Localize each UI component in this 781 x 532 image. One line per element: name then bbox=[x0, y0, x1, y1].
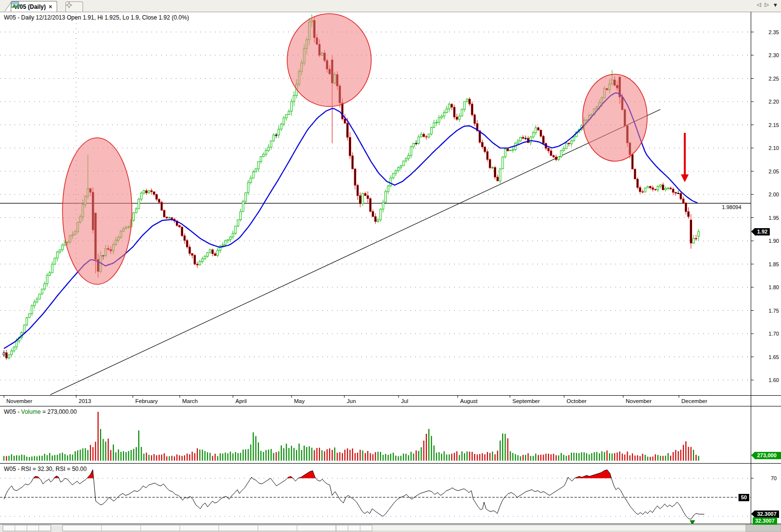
next-tab-arrow-icon[interactable]: ▷ bbox=[765, 1, 769, 8]
volume-bar bbox=[133, 449, 134, 461]
candle-body bbox=[484, 147, 486, 152]
volume-title-value: = 273,000.00 bbox=[41, 408, 77, 415]
volume-bar bbox=[535, 454, 536, 461]
candle-body bbox=[3, 353, 5, 355]
candle-body bbox=[644, 188, 646, 192]
candle-body bbox=[143, 191, 145, 193]
volume-bar bbox=[11, 454, 12, 461]
volume-bar bbox=[166, 456, 167, 461]
volume-panel-title: W05 - Volume = 273,000.00 bbox=[4, 408, 77, 415]
tab-close-icon[interactable]: × bbox=[48, 3, 53, 10]
candle-body bbox=[639, 188, 641, 192]
chart-area[interactable]: 2.352.302.252.202.152.102.052.001.951.90… bbox=[0, 12, 781, 532]
volume-bar bbox=[479, 454, 480, 461]
volume-bar bbox=[482, 453, 483, 461]
volume-bar bbox=[492, 451, 493, 461]
volume-bar bbox=[146, 453, 147, 461]
candle-body bbox=[265, 150, 267, 154]
candle-body bbox=[659, 185, 661, 186]
volume-bar bbox=[64, 454, 65, 461]
volume-bar bbox=[130, 450, 131, 461]
candle-body bbox=[430, 127, 432, 134]
volume-bar bbox=[227, 453, 228, 461]
candle-body bbox=[446, 109, 448, 113]
volume-bar bbox=[477, 454, 478, 461]
volume-bar bbox=[37, 456, 38, 461]
candle-body bbox=[695, 238, 697, 239]
volume-bar bbox=[459, 455, 460, 461]
volume-bar bbox=[161, 454, 162, 461]
candle-body bbox=[482, 142, 484, 147]
volume-bar bbox=[517, 455, 518, 461]
candle-body bbox=[199, 262, 201, 265]
candle-body bbox=[253, 172, 254, 178]
chart-thumbnail-icon bbox=[11, 1, 19, 8]
volume-bar bbox=[451, 454, 452, 461]
scrollbar-thumb[interactable] bbox=[746, 525, 781, 532]
highlight-ellipse-annotation bbox=[583, 74, 647, 161]
candle-body bbox=[540, 130, 542, 136]
candle-body bbox=[387, 186, 389, 192]
candle-body bbox=[535, 128, 537, 132]
volume-bar bbox=[617, 452, 618, 461]
volume-bar bbox=[421, 447, 422, 461]
volume-bar bbox=[449, 454, 450, 461]
candle-body bbox=[675, 192, 677, 193]
volume-bar bbox=[607, 450, 608, 461]
volume-bar bbox=[62, 453, 63, 461]
candle-body bbox=[278, 129, 280, 135]
volume-bar bbox=[624, 454, 625, 461]
candle-body bbox=[665, 188, 667, 190]
candle-body bbox=[505, 149, 507, 157]
volume-bar bbox=[370, 453, 371, 461]
volume-bar bbox=[77, 450, 78, 461]
candle-body bbox=[275, 135, 277, 135]
volume-bar bbox=[169, 456, 170, 461]
volume-bar bbox=[275, 452, 276, 461]
volume-bar bbox=[80, 449, 81, 461]
volume-bar bbox=[426, 434, 427, 461]
month-label: November bbox=[6, 398, 32, 404]
volume-bar bbox=[507, 438, 508, 461]
month-label: December bbox=[681, 398, 707, 404]
month-label: November bbox=[626, 398, 652, 404]
chart-canvas[interactable]: 2.352.302.252.202.152.102.052.001.951.90… bbox=[0, 12, 781, 532]
month-label: February bbox=[135, 398, 158, 404]
volume-bar bbox=[153, 454, 154, 461]
candle-body bbox=[179, 226, 181, 227]
tab-menu-arrow-icon[interactable]: ▼ bbox=[773, 2, 778, 8]
candle-body bbox=[54, 258, 56, 264]
volume-bar bbox=[655, 454, 656, 461]
candle-body bbox=[474, 115, 476, 124]
candle-body bbox=[682, 199, 684, 203]
volume-bar bbox=[375, 452, 376, 461]
volume-bar bbox=[367, 451, 368, 461]
volume-bar bbox=[362, 450, 363, 461]
candle-body bbox=[16, 341, 18, 347]
candle-body bbox=[512, 150, 514, 150]
candle-body bbox=[405, 159, 407, 161]
volume-bar bbox=[487, 452, 488, 461]
volume-bar bbox=[148, 455, 149, 461]
volume-bar bbox=[95, 442, 96, 461]
volume-bar bbox=[660, 456, 661, 461]
candle-body bbox=[400, 166, 402, 168]
volume-bar bbox=[19, 455, 20, 461]
volume-bar bbox=[678, 451, 679, 461]
candle-body bbox=[543, 136, 545, 144]
volume-bar bbox=[176, 454, 177, 461]
candle-body bbox=[461, 109, 463, 116]
candle-body bbox=[466, 99, 468, 102]
candle-body bbox=[459, 116, 461, 119]
candle-body bbox=[234, 226, 236, 234]
volume-bar bbox=[75, 451, 76, 461]
tab-w05-daily[interactable]: W05 (Daily) × bbox=[11, 1, 57, 12]
new-tab-button[interactable] bbox=[65, 1, 83, 12]
volume-bar bbox=[342, 453, 343, 461]
volume-bar bbox=[126, 452, 127, 461]
candle-body bbox=[135, 209, 137, 213]
prev-tab-arrow-icon[interactable]: ◁ bbox=[757, 1, 760, 8]
volume-bar bbox=[418, 451, 419, 461]
volume-bar bbox=[278, 451, 279, 461]
volume-bar bbox=[103, 439, 104, 461]
